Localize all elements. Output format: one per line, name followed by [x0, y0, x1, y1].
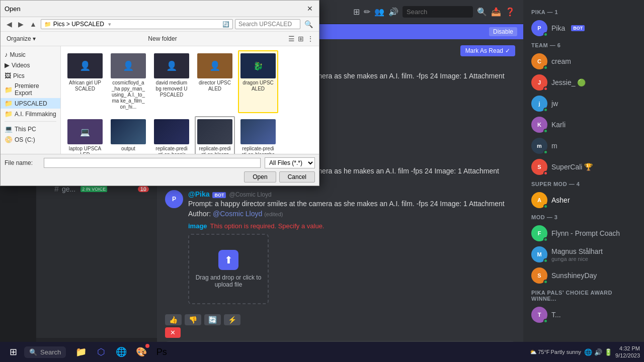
upload-icon: ⬆ [218, 250, 238, 270]
browser-icon: 🌐 [116, 346, 127, 357]
volume-icon[interactable]: 🔊 [594, 348, 602, 356]
member-supercali[interactable]: S SuperCali 🏆 [527, 157, 640, 177]
members-category-pika: PIKA — 1 [527, 6, 640, 17]
file-item-replicate-1[interactable]: replicate-predicti on-bcggjrb... [151, 116, 192, 154]
search-button[interactable]: 🔍 [477, 7, 487, 17]
sidebar-pics[interactable]: 🖼 Pics [1, 70, 60, 81]
channel-badge-ge: 10 [138, 186, 149, 192]
taskbar-search-icon: 🔍 [29, 348, 37, 356]
network-icon[interactable]: 🌐 [584, 348, 592, 356]
image-section: image This option is required. Specify a… [188, 222, 515, 304]
cancel-button[interactable]: Cancel [279, 171, 315, 183]
inbox-button[interactable]: 📥 [491, 7, 501, 17]
member-karli[interactable]: K Karli [527, 115, 640, 135]
thumbs-up-btn[interactable]: 👍 [165, 314, 182, 325]
member-avatar-karli: K [531, 117, 547, 133]
file-item-replicate-3[interactable]: replicate-predicti on-blsczzbeela... atb… [238, 116, 278, 154]
cosmic-lloyd-name: @Pika [188, 190, 209, 198]
organize-button[interactable]: Organize ▾ [5, 34, 38, 43]
sidebar-upscaled[interactable]: 📁 UPSCALED [1, 98, 60, 109]
file-label: cosmicfloyd_a_ha ppy_man_using_ A.I._to_… [111, 80, 145, 110]
remix-btn[interactable]: ⚡ [224, 314, 240, 325]
dialog-body: ♪ Music ▶ Videos 🖼 Pics 📁 Premiere Expor… [1, 46, 319, 154]
member-pika[interactable]: P Pika BOT [527, 18, 640, 38]
member-name-sunshine: SunshineyDay [551, 272, 597, 280]
dialog-search-input[interactable] [235, 19, 300, 29]
member-flynn[interactable]: F Flynn - Prompt Coach [527, 223, 640, 243]
search-icon-btn[interactable]: 🔍 [302, 19, 315, 29]
disable-button[interactable]: Disable [489, 27, 517, 36]
file-label: replicate-predicti on-blsczzbeela... atb… [241, 146, 275, 154]
header-search-input[interactable] [403, 6, 473, 18]
clock[interactable]: 4:32 PM 9/12/2023 [615, 345, 640, 359]
member-t[interactable]: T T... [527, 305, 640, 325]
taskbar-app-explorer[interactable]: 📁 [72, 343, 90, 361]
path-bar[interactable]: 📁 Pics > UPSCALED ▾ 🔄 [41, 19, 233, 29]
upload-area[interactable]: ⬆ Drag and drop or click to upload file [188, 234, 269, 304]
sidebar-videos[interactable]: ▶ Videos [1, 60, 60, 70]
premiere-icon: 📁 [5, 86, 13, 94]
member-sunshineyday[interactable]: S SunshineyDay [527, 265, 640, 286]
members-button[interactable]: 👥 [374, 7, 384, 17]
taskbar-search[interactable]: 🔍 Search [24, 346, 66, 358]
status-dot [543, 32, 548, 37]
sidebar-premiere[interactable]: 📁 Premiere Export [1, 81, 60, 98]
view-more-btn[interactable]: ⋮ [306, 34, 315, 44]
file-item-laptop[interactable]: 💻 laptop UPSCALED [65, 116, 105, 154]
sidebar-this-pc[interactable]: 💻 This PC [1, 124, 60, 134]
file-item-director[interactable]: 👤 director UPSCALED [195, 50, 235, 113]
member-avatar-cream: C [531, 53, 547, 69]
dialog-close-button[interactable]: ✕ [305, 4, 315, 14]
file-thumb: 👤 [67, 53, 103, 78]
member-cream[interactable]: C cream [527, 51, 640, 71]
view-buttons: ☰ ⊞ ⋮ [287, 34, 315, 44]
taskbar-app-discord[interactable]: ⬡ [92, 343, 110, 361]
taskbar-right: ⛅ 75°F Partly sunny 🌐 🔊 🔋 4:32 PM 9/12/2… [530, 345, 640, 359]
filename-label: File name: [5, 159, 40, 166]
help-button[interactable]: ❓ [505, 7, 515, 17]
member-jessie[interactable]: J Jessie_ 🟢 [527, 72, 640, 93]
sidebar-ai-filmmaking[interactable]: 📁 A.I. Filmmaking [1, 109, 60, 119]
action-row: Open Cancel [5, 171, 315, 183]
human-figure-icon: 👤 [123, 60, 134, 71]
file-thumb: 👤 [154, 53, 189, 78]
dialog-toolbar: ◀ ▶ ▲ 📁 Pics > UPSCALED ▾ 🔄 🔍 [1, 17, 319, 32]
file-item-replicate-2[interactable]: replicate-predicti on-blsczzb... ynx5lrf… [195, 116, 235, 154]
dialog-main: 👤 African girl UPSCALED 👤 cosmicfloyd_a_… [61, 46, 319, 154]
filetype-select[interactable]: All Files (*.*) [265, 157, 315, 168]
up-button[interactable]: ▲ [28, 19, 39, 29]
member-jw[interactable]: j jw [527, 94, 640, 114]
threads-button[interactable]: ⊞ [353, 7, 360, 17]
file-item-output[interactable]: output [108, 116, 148, 154]
file-item-dragon[interactable]: 🐉 dragon UPSCALED [238, 50, 278, 113]
taskbar-app-cc[interactable]: 🎨 [132, 343, 150, 361]
cancel-x-btn[interactable]: ✕ [165, 327, 181, 338]
file-item-african-girl[interactable]: 👤 African girl UPSCALED [65, 50, 105, 113]
file-label: replicate-predicti on-blsczzb... ynx5lrf… [198, 146, 232, 154]
sidebar-os-c[interactable]: 📀 OS (C:) [1, 134, 60, 145]
member-asher[interactable]: A Asher [527, 190, 640, 210]
image-label: image [188, 222, 207, 230]
back-button[interactable]: ◀ [5, 19, 14, 29]
file-item-cosmic[interactable]: 👤 cosmicfloyd_a_ha ppy_man_using_ A.I._t… [108, 50, 148, 113]
forward-button[interactable]: ▶ [16, 19, 26, 29]
audio-button[interactable]: 🔊 [388, 7, 398, 17]
taskbar-app-photoshop[interactable]: Ps [152, 343, 171, 361]
member-m[interactable]: m m [527, 136, 640, 156]
sidebar-music[interactable]: ♪ Music [1, 49, 60, 60]
windows-start-button[interactable]: ⊞ [4, 343, 22, 361]
file-item-david[interactable]: 👤 david medium bg removed UPSCALED [151, 50, 192, 113]
refresh-btn[interactable]: 🔄 [204, 314, 221, 325]
new-folder-button[interactable]: New folder [146, 34, 179, 43]
edit-button[interactable]: ✏ [364, 7, 370, 17]
taskbar-app-browser[interactable]: 🌐 [112, 343, 130, 361]
mark-as-read-button[interactable]: Mark As Read ✓ [460, 45, 515, 56]
view-list-btn[interactable]: ☰ [287, 34, 296, 44]
refresh-path-btn[interactable]: 🔄 [222, 21, 229, 28]
open-button[interactable]: Open [244, 171, 276, 183]
filename-input[interactable] [44, 158, 261, 168]
thumbs-down-btn[interactable]: 👎 [185, 314, 201, 325]
view-grid-btn[interactable]: ⊞ [297, 34, 305, 44]
file-label: output [121, 146, 135, 152]
member-magnus[interactable]: M Magnus Stålhart gunga are nice [527, 244, 640, 264]
